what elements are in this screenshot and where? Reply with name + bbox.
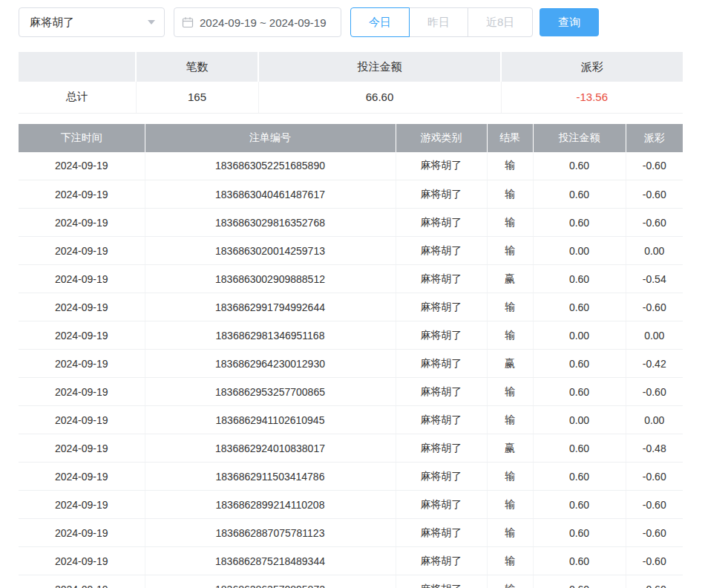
table-row: 2024-09-191836863029816352768麻将胡了输0.60-0… [19, 209, 683, 237]
cell-payout: -0.60 [626, 152, 683, 180]
cell-game: 麻将胡了 [396, 406, 487, 434]
summary-header-empty [19, 52, 136, 82]
cell-payout: 0.00 [626, 406, 683, 434]
cell-game: 麻将胡了 [396, 519, 487, 547]
cell-bet: 0.60 [533, 265, 626, 293]
table-row: 2024-09-191836862953257700865麻将胡了输0.60-0… [19, 378, 683, 406]
cell-date: 2024-09-19 [19, 237, 145, 265]
header-order-id: 注单编号 [145, 124, 396, 152]
last-8-days-button[interactable]: 近8日 [468, 7, 533, 37]
cell-date: 2024-09-19 [19, 293, 145, 321]
cell-result: 输 [487, 463, 533, 491]
cell-payout: 0.00 [626, 321, 683, 350]
cell-result: 赢 [487, 265, 533, 293]
cell-result: 输 [487, 321, 533, 350]
date-range-input[interactable]: 2024-09-19 ~ 2024-09-19 [174, 7, 341, 37]
cell-game: 麻将胡了 [396, 237, 487, 265]
cell-payout: -0.60 [626, 293, 683, 321]
cell-result: 赢 [487, 350, 533, 378]
table-row: 2024-09-191836862899214110208麻将胡了输0.60-0… [19, 491, 683, 519]
cell-payout: -0.60 [626, 209, 683, 237]
yesterday-button[interactable]: 昨日 [409, 7, 468, 37]
summary-total-label: 总计 [19, 82, 136, 113]
cell-game: 麻将胡了 [396, 152, 487, 180]
cell-result: 输 [487, 378, 533, 406]
cell-order-id: 1836862911503414786 [145, 463, 396, 491]
cell-result: 输 [487, 547, 533, 575]
cell-payout: -0.60 [626, 547, 683, 575]
cell-order-id: 1836862887075781123 [145, 519, 396, 547]
cell-result: 输 [487, 152, 533, 180]
cell-game: 麻将胡了 [396, 265, 487, 293]
cell-bet: 0.00 [533, 406, 626, 434]
summary-header-row: 笔数 投注金额 派彩 [19, 52, 683, 82]
cell-result: 输 [487, 491, 533, 519]
cell-bet: 0.60 [533, 547, 626, 575]
cell-game: 麻将胡了 [396, 321, 487, 350]
cell-game: 麻将胡了 [396, 434, 487, 463]
table-row: 2024-09-191836862941102610945麻将胡了输0.000.… [19, 406, 683, 434]
header-result: 结果 [487, 124, 533, 152]
table-row: 2024-09-191836862991794992644麻将胡了输0.60-0… [19, 293, 683, 321]
game-select[interactable]: 麻将胡了 [19, 7, 165, 37]
cell-game: 麻将胡了 [396, 463, 487, 491]
cell-order-id: 1836862924010838017 [145, 434, 396, 463]
cell-date: 2024-09-19 [19, 491, 145, 519]
summary-header-bet-amount: 投注金额 [258, 52, 501, 82]
cell-order-id: 1836862941102610945 [145, 406, 396, 434]
summary-header-count: 笔数 [136, 52, 258, 82]
summary-table: 笔数 投注金额 派彩 总计 165 66.60 -13.56 [19, 52, 683, 114]
bet-records-table: 下注时间 注单编号 游戏类别 结果 投注金额 派彩 2024-09-191836… [19, 124, 683, 588]
cell-game: 麻将胡了 [396, 293, 487, 321]
cell-order-id: 1836862991794992644 [145, 293, 396, 321]
cell-order-id: 1836863029816352768 [145, 209, 396, 237]
summary-header-payout: 派彩 [501, 52, 683, 82]
quick-date-button-group: 今日 昨日 近8日 [350, 7, 533, 37]
cell-bet: 0.60 [533, 293, 626, 321]
cell-date: 2024-09-19 [19, 265, 145, 293]
header-game-type: 游戏类别 [396, 124, 487, 152]
cell-game: 麻将胡了 [396, 180, 487, 209]
cell-date: 2024-09-19 [19, 406, 145, 434]
cell-result: 输 [487, 209, 533, 237]
cell-bet: 0.60 [533, 491, 626, 519]
cell-date: 2024-09-19 [19, 434, 145, 463]
cell-date: 2024-09-19 [19, 209, 145, 237]
cell-order-id: 1836862875218489344 [145, 547, 396, 575]
table-row: 2024-09-191836862981346951168麻将胡了输0.000.… [19, 321, 683, 350]
cell-bet: 0.60 [533, 180, 626, 209]
summary-total-payout: -13.56 [501, 82, 683, 113]
cell-date: 2024-09-19 [19, 321, 145, 350]
cell-bet: 0.60 [533, 209, 626, 237]
query-button[interactable]: 查询 [540, 8, 599, 36]
cell-result: 输 [487, 406, 533, 434]
today-button[interactable]: 今日 [350, 7, 410, 37]
cell-result: 输 [487, 293, 533, 321]
cell-payout: -0.60 [626, 519, 683, 547]
cell-payout: -0.60 [626, 575, 683, 588]
cell-game: 麻将胡了 [396, 575, 487, 588]
cell-payout: -0.48 [626, 434, 683, 463]
cell-result: 输 [487, 180, 533, 209]
cell-date: 2024-09-19 [19, 575, 145, 588]
cell-result: 输 [487, 519, 533, 547]
cell-order-id: 1836863020014259713 [145, 237, 396, 265]
cell-order-id: 1836863040461487617 [145, 180, 396, 209]
bet-table-header-row: 下注时间 注单编号 游戏类别 结果 投注金额 派彩 [19, 124, 683, 152]
cell-game: 麻将胡了 [396, 350, 487, 378]
cell-bet: 0.60 [533, 434, 626, 463]
cell-game: 麻将胡了 [396, 378, 487, 406]
cell-bet: 0.00 [533, 237, 626, 265]
cell-result: 输 [487, 237, 533, 265]
cell-order-id: 1836862953257700865 [145, 378, 396, 406]
summary-total-count: 165 [136, 82, 258, 113]
cell-bet: 0.60 [533, 519, 626, 547]
cell-game: 麻将胡了 [396, 209, 487, 237]
cell-result: 输 [487, 575, 533, 588]
header-payout: 派彩 [626, 124, 683, 152]
cell-order-id: 1836862899214110208 [145, 491, 396, 519]
cell-payout: -0.60 [626, 463, 683, 491]
cell-bet: 0.60 [533, 463, 626, 491]
cell-bet: 0.60 [533, 378, 626, 406]
cell-payout: 0.00 [626, 237, 683, 265]
